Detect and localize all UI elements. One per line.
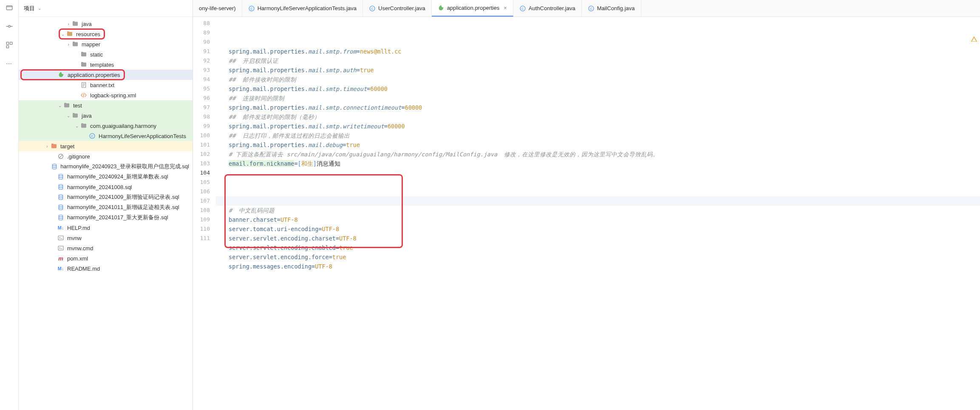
editor-tab[interactable]: CHarmonyLifeServerApplicationTests.java: [242, 0, 363, 17]
tree-item[interactable]: mvnw.cmd: [19, 243, 193, 253]
code-line[interactable]: ## 邮件接收时间的限制: [216, 75, 980, 84]
tree-item-label: com.guaiguailang.harmony: [90, 123, 156, 129]
editor-wrap: 8889909192939495969798991001011021031041…: [193, 17, 980, 410]
tree-item[interactable]: ›target: [19, 141, 193, 151]
tree-item[interactable]: harmonylife_20241009_新增验证码记录表.sql: [19, 192, 193, 202]
file-icon: [80, 81, 88, 89]
code-line[interactable]: banner.charset=UTF-8: [216, 215, 980, 224]
code-line[interactable]: ## 日志打印，邮件发送过程的日志会被输出: [216, 131, 980, 140]
tree-item-label: mapper: [82, 41, 100, 48]
editor-tab[interactable]: CMailConfig.java: [582, 0, 641, 17]
code-line[interactable]: [216, 187, 980, 196]
code-line[interactable]: spring.mail.properties.mail.smtp.connect…: [216, 103, 980, 112]
chevron-icon: ›: [65, 42, 71, 47]
tree-item[interactable]: CHarmonyLifeServerApplicationTests: [19, 131, 193, 141]
code-line[interactable]: # 中文乱码问题: [216, 206, 980, 215]
tree-item[interactable]: templates: [19, 59, 193, 70]
tree-item[interactable]: static: [19, 49, 193, 59]
code-line[interactable]: spring.mail.properties.mail.smtp.writeti…: [216, 122, 980, 131]
tree-item-label: pom.xml: [67, 255, 88, 262]
code-line[interactable]: email.form.nickname=[和生]消息通知: [216, 159, 980, 168]
project-tree[interactable]: ›java⌄resources›mapperstatictemplatesapp…: [19, 17, 193, 410]
code-line[interactable]: spring.messages.encoding=UTF-8: [216, 262, 980, 271]
file-icon: C: [88, 132, 96, 140]
code-line[interactable]: [216, 178, 980, 187]
code-line[interactable]: # 下面这条配置请去 src/main/java/com/guaiguailan…: [216, 150, 980, 159]
tree-item[interactable]: .gitignore: [19, 151, 193, 161]
code-line[interactable]: spring.mail.properties.mail.debug=true: [216, 140, 980, 150]
file-icon: [57, 173, 65, 181]
tree-item[interactable]: M↓HELP.md: [19, 223, 193, 233]
warning-icon[interactable]: [971, 36, 977, 44]
svg-rect-4: [6, 46, 8, 48]
tree-item[interactable]: mvnw: [19, 233, 193, 243]
tree-item-label: harmonylife_20241008.sql: [67, 184, 132, 190]
tree-item[interactable]: M↓README.md: [19, 263, 193, 274]
tree-item[interactable]: ›java: [19, 19, 193, 29]
class-icon: C: [588, 5, 595, 12]
chevron-icon: ⌄: [74, 124, 80, 128]
code-content[interactable]: spring.mail.properties.mail.smtp.from=ne…: [216, 17, 980, 410]
more-tool-icon[interactable]: ⋯: [5, 59, 14, 68]
file-icon: [57, 234, 65, 242]
svg-text:C: C: [521, 6, 524, 10]
code-line[interactable]: ## 连接时间的限制: [216, 93, 980, 103]
editor-tab[interactable]: ony-life-server): [193, 0, 242, 17]
tree-item[interactable]: mpom.xml: [19, 253, 193, 263]
tree-item[interactable]: harmonylife_20240924_新增菜单数表.sql: [19, 172, 193, 182]
tree-item-label: resources: [76, 31, 100, 37]
code-line[interactable]: ## 邮件发送时间的限制（毫秒）: [216, 112, 980, 122]
structure-tool-icon[interactable]: [5, 41, 14, 49]
tree-item[interactable]: application.properties: [19, 70, 193, 80]
code-line[interactable]: ## 开启权限认证: [216, 56, 980, 65]
editor-tab[interactable]: CUserController.java: [363, 0, 432, 17]
file-icon: [50, 142, 58, 150]
sidebar-header: 项目 ⌄: [19, 0, 193, 17]
tree-item-label: java: [82, 21, 92, 27]
code-line[interactable]: [216, 196, 980, 206]
tree-item[interactable]: ⌄resources: [19, 29, 193, 39]
leaf-icon: [438, 5, 445, 11]
tree-item-label: README.md: [67, 266, 100, 272]
code-line[interactable]: server.servlet.encoding.force=true: [216, 252, 980, 262]
chevron-down-icon[interactable]: ⌄: [37, 6, 42, 11]
tree-item-label: target: [60, 143, 74, 150]
code-line[interactable]: spring.mail.properties.mail.smtp.from=ne…: [216, 47, 980, 56]
line-gutter: 8889909192939495969798991001011021031041…: [193, 17, 216, 410]
tab-label: application.properties: [447, 5, 500, 11]
file-icon: [71, 20, 79, 28]
code-line[interactable]: server.servlet.encoding.enabled=true: [216, 243, 980, 252]
svg-text:C: C: [91, 134, 93, 138]
chevron-icon: ›: [44, 144, 50, 149]
tree-item[interactable]: harmonylife_20241011_新增碳足迹相关表.sql: [19, 202, 193, 212]
tree-item[interactable]: harmonylife_20241017_重大更新备份.sql: [19, 212, 193, 223]
tree-item[interactable]: harmonylife_20241008.sql: [19, 182, 193, 192]
tab-label: HarmonyLifeServerApplicationTests.java: [258, 5, 357, 11]
code-line[interactable]: [216, 168, 980, 178]
tab-label: UserController.java: [378, 5, 425, 11]
code-line[interactable]: spring.mail.properties.mail.smtp.timeout…: [216, 84, 980, 93]
tree-item[interactable]: ⌄java: [19, 110, 193, 121]
svg-text:C: C: [371, 6, 374, 10]
svg-rect-15: [58, 236, 63, 240]
tree-item[interactable]: harmonylife_20240923_登录和获取用户信息完成.sql: [19, 161, 193, 172]
file-icon: M↓: [57, 224, 65, 232]
tree-item[interactable]: logback-spring.xml: [19, 90, 193, 100]
class-icon: C: [519, 5, 526, 12]
svg-point-9: [53, 164, 57, 166]
tree-item[interactable]: ›mapper: [19, 39, 193, 49]
svg-rect-3: [10, 42, 12, 44]
folder-tool-icon[interactable]: [5, 3, 14, 12]
tree-item[interactable]: banner.txt: [19, 80, 193, 90]
close-icon[interactable]: ×: [504, 5, 507, 11]
tree-item-label: application.properties: [68, 72, 120, 78]
code-line[interactable]: server.tomcat.uri-encoding=UTF-8: [216, 224, 980, 234]
editor-tab[interactable]: application.properties×: [432, 0, 513, 17]
code-line[interactable]: server.servlet.encoding.charset=UTF-8: [216, 234, 980, 243]
code-line[interactable]: spring.mail.properties.mail.smtp.auth=tr…: [216, 65, 980, 75]
tree-item[interactable]: ⌄test: [19, 100, 193, 110]
editor-tab[interactable]: CAuthController.java: [513, 0, 582, 17]
svg-rect-16: [58, 246, 63, 250]
commit-tool-icon[interactable]: [5, 22, 14, 31]
tree-item[interactable]: ⌄com.guaiguailang.harmony: [19, 121, 193, 131]
